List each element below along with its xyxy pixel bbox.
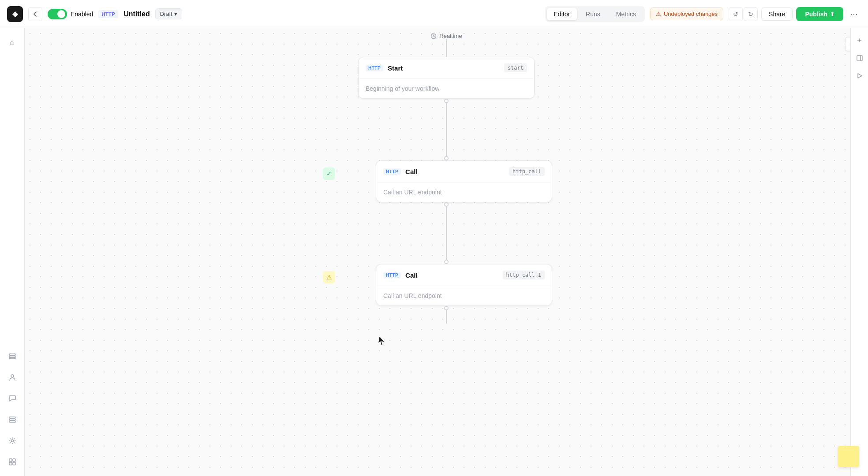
sticky-note[interactable] [838,446,859,467]
call2-node-wrapper: ⚠ HTTP Call http_call_1 Call an URL endp… [340,264,552,306]
svg-rect-8 [9,459,12,461]
more-button[interactable]: ⋯ [847,7,861,21]
topbar-actions: ↺ ↻ Share Publish ⬆ ⋯ [729,7,861,21]
call2-http-badge: HTTP [383,272,401,279]
start-node[interactable]: HTTP Start start Beginning of your workf… [358,57,535,99]
sidebar-item-database[interactable] [4,347,21,365]
undeployed-badge: ⚠ Undeployed changes [650,7,723,20]
topbar: ◆ Enabled HTTP Untitled editor Draft ▾ E… [0,0,868,28]
back-button[interactable] [28,7,42,21]
call1-node[interactable]: HTTP Call http_call Call an URL endpoint [376,160,552,202]
start-http-badge: HTTP [366,65,383,71]
sidebar-item-home[interactable]: ⌂ [4,33,21,51]
call2-node-body: Call an URL endpoint [376,286,552,305]
svg-rect-6 [9,421,15,422]
publish-button[interactable]: Publish ⬆ [796,7,843,21]
connector-call1-call2 [358,202,535,264]
svg-rect-4 [9,417,15,418]
share-button[interactable]: Share [761,7,793,21]
canvas[interactable]: Realtime HTTP Start start Beginning of y… [25,28,868,476]
workflow-title: Untitled [123,10,150,18]
call1-http-badge: HTTP [383,168,401,175]
tab-metrics[interactable]: Metrics [609,8,643,20]
start-node-header: HTTP Start start [359,57,534,79]
draft-chevron: ▾ [174,11,177,17]
draft-button[interactable]: editor Draft ▾ [155,8,182,19]
call2-status-icon: ⚠ [323,271,335,283]
undo-redo-group: ↺ ↻ [729,7,758,21]
svg-rect-2 [9,357,15,359]
svg-rect-1 [9,356,15,357]
svg-rect-10 [9,462,12,465]
sidebar-item-settings[interactable] [4,432,21,450]
panel-toggle-icon[interactable] [853,51,867,65]
call1-status-icon: ✓ [323,167,335,180]
sidebar: ⌂ [0,28,25,476]
redo-button[interactable]: ↻ [744,7,758,21]
enable-toggle[interactable] [48,9,67,19]
svg-rect-13 [857,56,862,61]
canvas-right-panel: + [850,28,868,476]
enable-toggle-wrapper: Enabled [48,9,93,19]
connector-start-call1 [358,99,535,160]
start-node-body: Beginning of your workflow [359,79,534,98]
call2-node-title: Call [405,271,498,279]
undo-button[interactable]: ↺ [729,7,743,21]
call2-node-id: http_call_1 [503,271,545,279]
call1-node-title: Call [405,168,505,175]
svg-rect-0 [9,354,15,355]
play-icon[interactable] [853,69,867,83]
call1-node-wrapper: ✓ HTTP Call http_call Call an URL endpoi… [340,160,552,202]
svg-point-3 [11,375,14,377]
realtime-label: Realtime [430,33,462,39]
nav-tabs: Editor Runs Metrics [545,6,645,22]
tab-runs[interactable]: Runs [579,8,607,20]
call1-node-body: Call an URL endpoint [376,182,552,202]
start-node-wrapper: HTTP Start start Beginning of your workf… [358,57,535,99]
start-node-title: Start [388,64,500,72]
sidebar-item-history[interactable] [4,453,21,471]
svg-rect-9 [13,459,15,461]
tab-editor[interactable]: Editor [547,8,577,20]
workflow-area: Realtime HTTP Start start Beginning of y… [25,28,868,476]
sidebar-item-person[interactable] [4,368,21,386]
start-node-id: start [504,63,527,72]
call2-node[interactable]: HTTP Call http_call_1 Call an URL endpoi… [376,264,552,306]
warning-icon: ⚠ [656,11,661,17]
sidebar-item-layers[interactable] [4,411,21,428]
main-layout: ⌂ [0,28,868,476]
zoom-in-icon[interactable]: + [853,33,867,48]
call2-node-header: HTTP Call http_call_1 [376,264,552,286]
connector-below-call2 [358,306,535,324]
call1-node-id: http_call [509,167,545,176]
http-badge: HTTP [98,10,118,18]
app-logo: ◆ [7,6,23,22]
svg-point-7 [11,440,13,442]
enabled-label: Enabled [71,11,93,18]
svg-rect-11 [13,462,15,465]
call1-node-header: HTTP Call http_call [376,161,552,182]
sidebar-item-chat[interactable] [4,390,21,407]
svg-rect-5 [9,419,15,420]
draft-label: Draft [160,11,172,17]
publish-icon: ⬆ [830,11,834,17]
connector-above-start [358,39,535,57]
